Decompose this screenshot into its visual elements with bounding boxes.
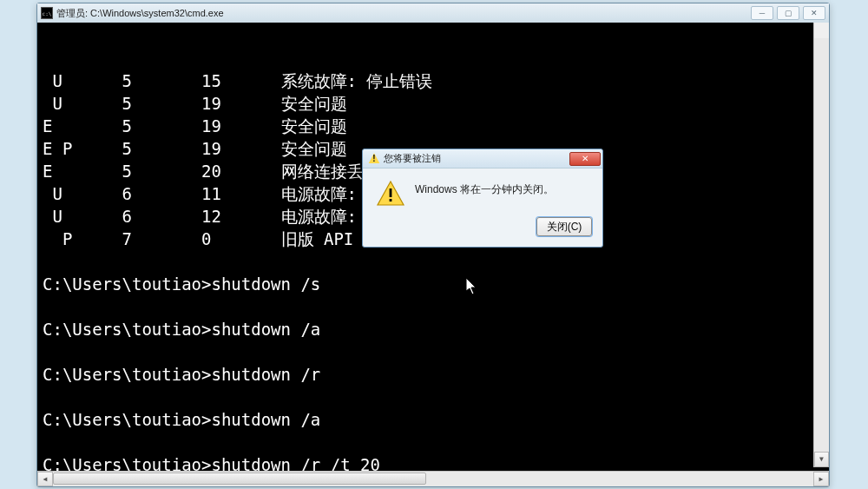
warning-icon	[377, 181, 404, 207]
table-row: U 5 15 系统故障: 停止错误	[43, 69, 824, 92]
dialog-titlebar[interactable]: ! 您将要被注销 ✕	[363, 149, 602, 169]
scroll-track-v[interactable]	[814, 38, 829, 452]
prompt-line	[43, 386, 824, 408]
scroll-track-h[interactable]	[53, 472, 813, 486]
scroll-thumb-h[interactable]	[53, 472, 426, 485]
cmd-title: 管理员: C:\Windows\system32\cmd.exe	[56, 7, 224, 20]
minimize-button[interactable]: ─	[751, 6, 773, 20]
scroll-down-arrow-icon[interactable]: ▼	[814, 452, 829, 467]
prompt-line: C:\Users\toutiao>shutdown /a	[43, 408, 824, 431]
svg-rect-1	[390, 188, 392, 197]
window-controls: ─ ▢ ✕	[751, 6, 825, 20]
prompt-line: C:\Users\toutiao>shutdown /r	[43, 363, 824, 386]
scroll-right-arrow-icon[interactable]: ▶	[813, 472, 829, 486]
close-icon: ✕	[811, 7, 818, 19]
prompt-line	[43, 295, 824, 318]
dialog-button-row: 关闭(C)	[363, 214, 602, 247]
close-window-button[interactable]: ✕	[803, 6, 825, 20]
horizontal-scrollbar[interactable]: ◀ ▶	[37, 471, 829, 486]
minimize-icon: ─	[760, 7, 765, 19]
prompt-line: C:\Users\toutiao>shutdown /a	[43, 318, 824, 340]
vertical-scrollbar[interactable]: ▲ ▼	[813, 23, 829, 467]
dialog-title: 您将要被注销	[384, 152, 569, 165]
prompt-line	[43, 340, 824, 363]
maximize-button[interactable]: ▢	[777, 6, 799, 20]
close-icon: ✕	[582, 154, 589, 164]
blank-line	[43, 250, 824, 273]
scroll-left-arrow-icon[interactable]: ◀	[37, 472, 53, 486]
svg-rect-2	[390, 199, 392, 202]
prompt-line	[43, 431, 824, 453]
dialog-body: Windows 将在一分钟内关闭。	[363, 169, 602, 214]
table-row: E 5 19 安全问题	[43, 115, 824, 137]
table-row: U 5 19 安全问题	[43, 92, 824, 115]
dialog-titlebar-warning-icon: !	[368, 153, 380, 165]
maximize-icon: ▢	[785, 7, 792, 19]
shutdown-dialog: ! 您将要被注销 ✕ Windows 将在一分钟内关闭。 关闭(C)	[362, 149, 603, 248]
dialog-close-button[interactable]: ✕	[569, 152, 601, 166]
dialog-message: Windows 将在一分钟内关闭。	[415, 181, 589, 197]
cmd-titlebar[interactable]: 管理员: C:\Windows\system32\cmd.exe ─ ▢ ✕	[37, 3, 829, 23]
cmd-icon	[41, 7, 53, 19]
terminal-output[interactable]: U 5 15 系统故障: 停止错误 U 5 19 安全问题E 5 19 安全问题…	[37, 23, 829, 486]
dialog-close-confirm-button[interactable]: 关闭(C)	[536, 217, 592, 236]
prompt-line: C:\Users\toutiao>shutdown /s	[43, 273, 824, 295]
